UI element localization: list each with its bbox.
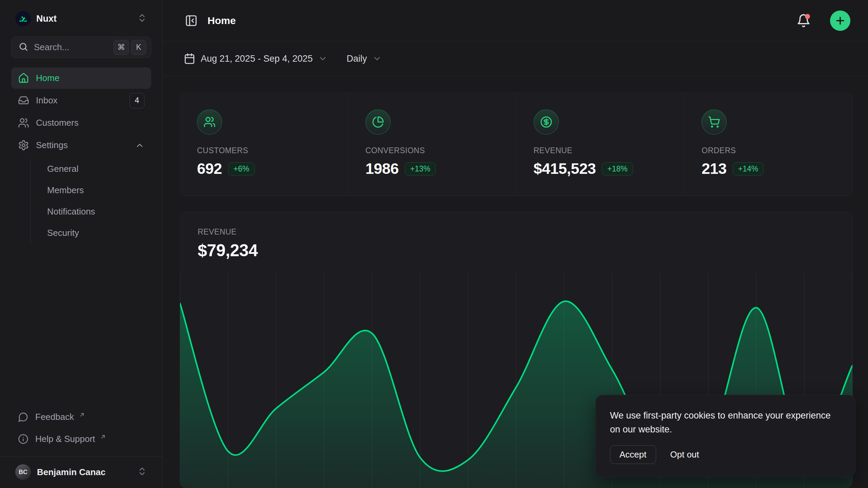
search-placeholder: Search... xyxy=(34,42,108,53)
stat-delta-badge: +14% xyxy=(733,162,764,176)
stat-revenue[interactable]: REVENUE $415,523 +18% xyxy=(516,93,685,196)
kbd-cmd: ⌘ xyxy=(114,40,129,55)
chevrons-up-down-icon xyxy=(137,466,147,478)
stat-label: CONVERSIONS xyxy=(366,146,499,155)
feedback-label: Feedback xyxy=(35,412,74,422)
stat-label: CUSTOMERS xyxy=(197,146,331,155)
users-icon xyxy=(18,117,29,128)
user-menu[interactable]: BC Benjamin Canac xyxy=(11,462,151,483)
stat-delta-badge: +6% xyxy=(228,162,255,176)
date-range-picker[interactable]: Aug 21, 2025 - Sep 4, 2025 xyxy=(184,53,328,64)
search-input[interactable]: Search... ⌘ K xyxy=(11,37,151,58)
stat-delta-badge: +13% xyxy=(405,162,436,176)
search-icon xyxy=(18,42,28,53)
page-header: Home xyxy=(163,0,868,41)
help-support-label: Help & Support xyxy=(35,434,95,444)
sidebar-item-label: Settings xyxy=(36,140,128,150)
workspace-switcher[interactable]: Nuxt xyxy=(11,8,151,29)
stat-value: 213 xyxy=(702,160,727,178)
date-range-value: Aug 21, 2025 - Sep 4, 2025 xyxy=(201,54,313,64)
gear-icon xyxy=(18,140,29,151)
stats-card: CUSTOMERS 692 +6% CONVERSIONS 1986 +13% xyxy=(180,93,853,196)
add-new-button[interactable] xyxy=(830,11,850,31)
kbd-k: K xyxy=(131,40,146,55)
chevron-down-icon xyxy=(318,54,328,63)
pie-chart-icon xyxy=(366,109,391,135)
accept-button[interactable]: Accept xyxy=(610,445,656,464)
sidebar-item-label: Customers xyxy=(36,118,144,128)
cart-icon xyxy=(702,109,727,135)
stat-value: 1986 xyxy=(366,160,399,178)
search-shortcut: ⌘ K xyxy=(114,40,146,55)
chevron-down-icon xyxy=(372,54,382,63)
sidebar-spacer xyxy=(11,244,151,406)
cookie-message: We use first-party cookies to enhance yo… xyxy=(610,409,841,436)
dashboard-app: Nuxt Search... ⌘ K Home xyxy=(0,0,868,488)
notification-dot xyxy=(805,14,810,19)
external-link-icon xyxy=(79,411,85,418)
sidebar-item-label: Inbox xyxy=(36,95,123,106)
chevrons-up-down-icon xyxy=(137,13,147,24)
help-support-link[interactable]: Help & Support xyxy=(11,428,151,450)
sidebar-subitem-members[interactable]: Members xyxy=(47,180,151,201)
sidebar-item-customers[interactable]: Customers xyxy=(11,112,151,134)
sidebar-subitem-general[interactable]: General xyxy=(47,158,151,180)
nuxt-logo-icon xyxy=(15,11,31,26)
calendar-icon xyxy=(184,53,195,64)
sidebar-item-label: Home xyxy=(36,73,144,83)
sidebar-subitem-notifications[interactable]: Notifications xyxy=(47,201,151,222)
stat-value: $415,523 xyxy=(534,160,596,178)
revenue-chart-value: $79,234 xyxy=(198,241,835,260)
stat-orders[interactable]: ORDERS 213 +14% xyxy=(684,93,852,196)
info-circle-icon xyxy=(18,434,28,444)
notifications-button[interactable] xyxy=(795,12,812,29)
sidebar-collapse-button[interactable] xyxy=(184,13,199,28)
stat-value: 692 xyxy=(197,160,222,178)
sidebar-item-home[interactable]: Home xyxy=(11,67,151,89)
cookie-banner: We use first-party cookies to enhance yo… xyxy=(595,395,855,477)
message-bubble-icon xyxy=(18,412,28,422)
feedback-link[interactable]: Feedback xyxy=(11,406,151,428)
sidebar-item-settings[interactable]: Settings xyxy=(11,135,151,156)
page-title: Home xyxy=(208,15,786,26)
granularity-select[interactable]: Daily xyxy=(347,54,382,64)
users-icon xyxy=(197,109,222,135)
opt-out-button[interactable]: Opt out xyxy=(669,446,701,464)
avatar: BC xyxy=(15,464,31,480)
chevron-up-icon xyxy=(135,141,144,150)
settings-subnav: General Members Notifications Security xyxy=(31,158,151,244)
revenue-chart-label: REVENUE xyxy=(198,227,835,237)
sidebar-nav: Home Inbox 4 Customers Settings xyxy=(11,67,151,244)
inbox-count-badge: 4 xyxy=(130,93,144,108)
sidebar-subitem-security[interactable]: Security xyxy=(47,222,151,244)
house-icon xyxy=(18,73,29,84)
external-link-icon xyxy=(100,433,106,440)
granularity-value: Daily xyxy=(347,54,367,64)
stat-delta-badge: +18% xyxy=(602,162,633,176)
sidebar: Nuxt Search... ⌘ K Home xyxy=(0,0,163,488)
sidebar-footer: Feedback Help & Support xyxy=(11,406,151,454)
dollar-circle-icon xyxy=(534,109,559,135)
filter-bar: Aug 21, 2025 - Sep 4, 2025 Daily xyxy=(163,41,868,76)
plus-icon xyxy=(834,15,846,26)
stat-label: ORDERS xyxy=(702,146,835,155)
stat-conversions[interactable]: CONVERSIONS 1986 +13% xyxy=(348,93,516,196)
revenue-chart-header: REVENUE $79,234 xyxy=(180,212,852,273)
inbox-icon xyxy=(18,95,29,106)
sidebar-item-inbox[interactable]: Inbox 4 xyxy=(11,90,151,111)
workspace-name: Nuxt xyxy=(36,14,132,24)
user-name: Benjamin Canac xyxy=(37,467,131,477)
stat-label: REVENUE xyxy=(534,146,668,155)
stat-customers[interactable]: CUSTOMERS 692 +6% xyxy=(180,93,348,196)
user-strip: BC Benjamin Canac xyxy=(0,456,162,488)
